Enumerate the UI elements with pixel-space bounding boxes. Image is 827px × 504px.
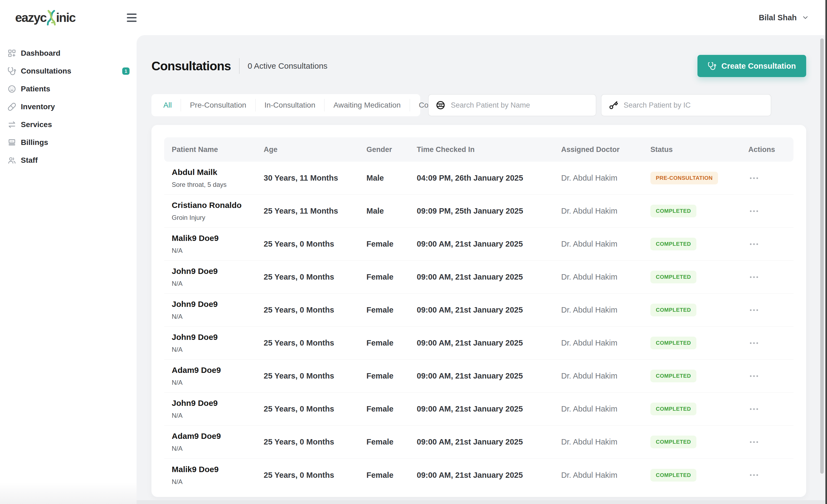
dashboard-icon (8, 49, 16, 58)
table-row[interactable]: Cristiano Ronaldo Groin Injury 25 Years,… (164, 195, 793, 228)
row-actions-icon[interactable] (748, 272, 760, 282)
tab-in-consultation[interactable]: In-Consultation (255, 99, 324, 111)
sidebar-item-label: Patients (21, 85, 50, 93)
age-cell: 25 Years, 0 Months (264, 339, 367, 347)
row-actions-icon[interactable] (748, 173, 760, 183)
actions-cell (748, 470, 793, 480)
sidebar-item-inventory[interactable]: Inventory (0, 98, 137, 116)
age-cell: 25 Years, 0 Months (264, 306, 367, 314)
status-badge: PRE-CONSULTATION (650, 172, 718, 185)
table-row[interactable]: John9 Doe9 N/A 25 Years, 0 Months Female… (164, 294, 793, 326)
stethoscope-icon (8, 67, 16, 75)
time-checked-in-cell: 09:00 AM, 21st January 2025 (417, 371, 561, 381)
status-badge: COMPLETED (650, 238, 696, 250)
patient-complaint: N/A (172, 280, 264, 288)
patient-face-icon (436, 100, 445, 110)
sidebar-item-services[interactable]: Services (0, 116, 137, 134)
time-checked-in-cell: 09:00 AM, 21st January 2025 (417, 306, 561, 314)
status-badge: COMPLETED (650, 469, 696, 482)
table-row[interactable]: John9 Doe9 N/A 25 Years, 0 Months Female… (164, 393, 793, 425)
sidebar-item-consultations[interactable]: Consultations 1 (0, 62, 137, 80)
create-consultation-label: Create Consultation (721, 62, 796, 70)
status-cell: COMPLETED (650, 403, 748, 415)
search-patient-by-ic-input[interactable] (624, 101, 764, 109)
age-cell: 25 Years, 0 Months (264, 404, 367, 413)
search-patient-by-name-input[interactable] (451, 101, 589, 109)
sidebar-item-label: Billings (21, 138, 48, 147)
table-body: Abdul Mailk Sore throat, 5 days 30 Years… (164, 162, 793, 492)
table-row[interactable]: Adam9 Doe9 N/A 25 Years, 0 Months Female… (164, 360, 793, 393)
age-cell: 25 Years, 11 Months (264, 207, 367, 215)
age-cell: 25 Years, 0 Months (264, 471, 367, 480)
patient-cell: John9 Doe9 N/A (164, 267, 264, 288)
table-row[interactable]: Malik9 Doe9 N/A 25 Years, 0 Months Femal… (164, 228, 793, 261)
col-actions: Actions (748, 146, 793, 154)
app-logo[interactable]: eazyc inic (15, 10, 76, 26)
key-icon (609, 100, 618, 110)
sidebar: Dashboard Consultations 1 Patients Inven… (0, 35, 137, 504)
hamburger-menu-icon[interactable] (124, 11, 139, 24)
page-title: Consultations (151, 59, 231, 73)
assigned-doctor-cell: Dr. Abdul Hakim (561, 207, 650, 215)
assigned-doctor-cell: Dr. Abdul Hakim (561, 471, 650, 480)
patient-cell: John9 Doe9 N/A (164, 300, 264, 320)
pill-icon (8, 102, 16, 111)
actions-cell (748, 438, 793, 447)
status-badge: COMPLETED (650, 403, 696, 415)
table-row[interactable]: John9 Doe9 N/A 25 Years, 0 Months Female… (164, 261, 793, 294)
stethoscope-icon (708, 62, 716, 70)
time-checked-in-cell: 09:00 AM, 21st January 2025 (417, 339, 561, 347)
row-actions-icon[interactable] (748, 306, 760, 315)
col-patient-name: Patient Name (164, 146, 264, 154)
gender-cell: Male (367, 207, 417, 215)
row-actions-icon[interactable] (748, 371, 760, 381)
patient-complaint: N/A (172, 346, 264, 353)
sidebar-item-patients[interactable]: Patients (0, 80, 137, 98)
status-badge: COMPLETED (650, 304, 696, 316)
search-by-name-box (428, 94, 596, 116)
tab-all[interactable]: All (163, 99, 181, 111)
page-header: Consultations 0 Active Consultations Cre… (151, 55, 806, 77)
create-consultation-button[interactable]: Create Consultation (697, 55, 806, 77)
age-cell: 30 Years, 11 Months (264, 173, 367, 183)
sidebar-item-staff[interactable]: Staff (0, 151, 137, 169)
assigned-doctor-cell: Dr. Abdul Hakim (561, 240, 650, 249)
age-cell: 25 Years, 0 Months (264, 240, 367, 249)
row-actions-icon[interactable] (748, 207, 760, 216)
user-menu[interactable]: Bilal Shah (759, 13, 809, 22)
consultations-table-card: Patient Name Age Gender Time Checked In … (151, 125, 806, 497)
gender-cell: Female (367, 339, 417, 347)
patient-complaint: N/A (172, 478, 264, 486)
active-consultations-count: 0 Active Consultations (248, 61, 328, 70)
tab-pre-consultation[interactable]: Pre-Consultation (181, 99, 255, 111)
table-row[interactable]: Malik9 Doe9 N/A 25 Years, 0 Months Femal… (164, 459, 793, 492)
sidebar-item-billings[interactable]: Billings (0, 134, 137, 151)
tab-awaiting-medication[interactable]: Awaiting Medication (325, 99, 410, 111)
row-actions-icon[interactable] (748, 470, 760, 480)
table-row[interactable]: Abdul Mailk Sore throat, 5 days 30 Years… (164, 162, 793, 195)
row-actions-icon[interactable] (748, 404, 760, 414)
col-time-checked-in: Time Checked In (417, 146, 561, 154)
status-badge: COMPLETED (650, 337, 696, 349)
horizontal-scrollbar-track[interactable] (137, 500, 825, 504)
status-cell: COMPLETED (650, 370, 748, 382)
patient-name: John9 Doe9 (172, 333, 264, 342)
consultations-count-badge: 1 (122, 67, 130, 75)
actions-cell (748, 272, 793, 282)
patient-name: Malik9 Doe9 (172, 465, 264, 474)
patient-complaint: Groin Injury (172, 214, 264, 221)
time-checked-in-cell: 09:00 AM, 21st January 2025 (417, 471, 561, 480)
sidebar-item-dashboard[interactable]: Dashboard (0, 44, 137, 62)
row-actions-icon[interactable] (748, 339, 760, 348)
row-actions-icon[interactable] (748, 240, 760, 249)
row-actions-icon[interactable] (748, 438, 760, 447)
assigned-doctor-cell: Dr. Abdul Hakim (561, 306, 650, 314)
table-row[interactable]: John9 Doe9 N/A 25 Years, 0 Months Female… (164, 326, 793, 360)
gender-cell: Male (367, 173, 417, 183)
vertical-scrollbar-thumb[interactable] (820, 38, 824, 474)
controls-row: All Pre-Consultation In-Consultation Awa… (151, 94, 806, 116)
table-row[interactable]: Adam9 Doe9 N/A 25 Years, 0 Months Female… (164, 425, 793, 459)
patient-cell: Malik9 Doe9 N/A (164, 465, 264, 486)
gender-cell: Female (367, 240, 417, 249)
status-badge: COMPLETED (650, 205, 696, 217)
